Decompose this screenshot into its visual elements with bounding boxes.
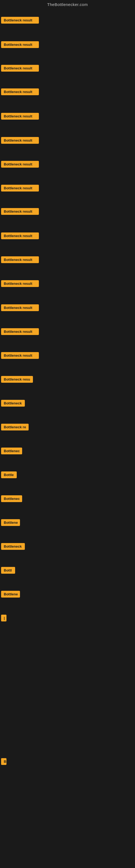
bottleneck-item-25[interactable]: Bottlene	[1, 591, 20, 599]
bottleneck-item-26[interactable]: |	[1, 615, 6, 622]
bottleneck-badge-6: Bottleneck result	[1, 137, 39, 144]
bottleneck-item-14[interactable]: Bottleneck result	[1, 328, 39, 336]
bottleneck-item-22[interactable]: Bottlene	[1, 519, 20, 527]
bottleneck-item-13[interactable]: Bottleneck result	[1, 304, 39, 312]
bottleneck-badge-11: Bottleneck result	[1, 256, 39, 263]
bottleneck-badge-18: Bottleneck re	[1, 424, 29, 431]
bottleneck-item-5[interactable]: Bottleneck result	[1, 113, 39, 121]
bottleneck-item-23[interactable]: Bottleneck	[1, 543, 25, 551]
bottleneck-item-15[interactable]: Bottleneck result	[1, 352, 39, 360]
bottleneck-item-8[interactable]: Bottleneck result	[1, 185, 39, 193]
bottleneck-badge-12: Bottleneck result	[1, 280, 39, 287]
bottleneck-item-9[interactable]: Bottleneck result	[1, 208, 39, 216]
page-wrapper: TheBottlenecker.com Bottleneck resultBot…	[0, 0, 135, 868]
bottleneck-badge-27: B	[1, 758, 6, 765]
bottleneck-badge-3: Bottleneck result	[1, 65, 39, 72]
bottleneck-item-12[interactable]: Bottleneck result	[1, 280, 39, 288]
bottleneck-badge-20: Bottle	[1, 471, 17, 478]
bottleneck-item-16[interactable]: Bottleneck resu	[1, 376, 33, 384]
bottleneck-item-10[interactable]: Bottleneck result	[1, 232, 39, 240]
bottleneck-badge-21: Bottlenec	[1, 495, 22, 502]
bottleneck-badge-8: Bottleneck result	[1, 185, 39, 191]
bottleneck-badge-19: Bottlenec	[1, 447, 22, 454]
bottleneck-badge-14: Bottleneck result	[1, 328, 39, 335]
bottleneck-item-24[interactable]: Bottl	[1, 567, 15, 575]
bottleneck-badge-13: Bottleneck result	[1, 304, 39, 311]
bottleneck-item-4[interactable]: Bottleneck result	[1, 88, 39, 96]
bottleneck-item-19[interactable]: Bottlenec	[1, 447, 22, 456]
site-title: TheBottlenecker.com	[0, 0, 135, 9]
bottleneck-badge-9: Bottleneck result	[1, 208, 39, 215]
bottleneck-badge-7: Bottleneck result	[1, 161, 39, 167]
bottleneck-item-21[interactable]: Bottlenec	[1, 495, 22, 503]
bottleneck-item-20[interactable]: Bottle	[1, 471, 17, 479]
bottleneck-badge-10: Bottleneck result	[1, 232, 39, 239]
bottleneck-badge-4: Bottleneck result	[1, 88, 39, 95]
bottleneck-badge-17: Bottleneck	[1, 400, 25, 407]
bottleneck-item-27[interactable]: B	[1, 758, 6, 766]
bottleneck-item-1[interactable]: Bottleneck result	[1, 17, 39, 25]
bottleneck-badge-23: Bottleneck	[1, 543, 25, 550]
bottleneck-item-3[interactable]: Bottleneck result	[1, 65, 39, 73]
bottleneck-item-2[interactable]: Bottleneck result	[1, 41, 39, 49]
bottleneck-badge-15: Bottleneck result	[1, 352, 39, 359]
bottleneck-item-17[interactable]: Bottleneck	[1, 400, 25, 408]
items-container: Bottleneck resultBottleneck resultBottle…	[0, 9, 135, 868]
bottleneck-item-6[interactable]: Bottleneck result	[1, 137, 39, 145]
bottleneck-badge-1: Bottleneck result	[1, 17, 39, 24]
bottleneck-item-18[interactable]: Bottleneck re	[1, 424, 29, 432]
bottleneck-item-11[interactable]: Bottleneck result	[1, 256, 39, 264]
bottleneck-badge-16: Bottleneck resu	[1, 376, 33, 383]
bottleneck-badge-25: Bottlene	[1, 591, 20, 597]
bottleneck-badge-24: Bottl	[1, 567, 15, 574]
bottleneck-badge-5: Bottleneck result	[1, 113, 39, 120]
bottleneck-item-7[interactable]: Bottleneck result	[1, 161, 39, 169]
bottleneck-badge-2: Bottleneck result	[1, 41, 39, 48]
bottleneck-badge-26: |	[1, 615, 6, 621]
bottleneck-badge-22: Bottlene	[1, 519, 20, 526]
